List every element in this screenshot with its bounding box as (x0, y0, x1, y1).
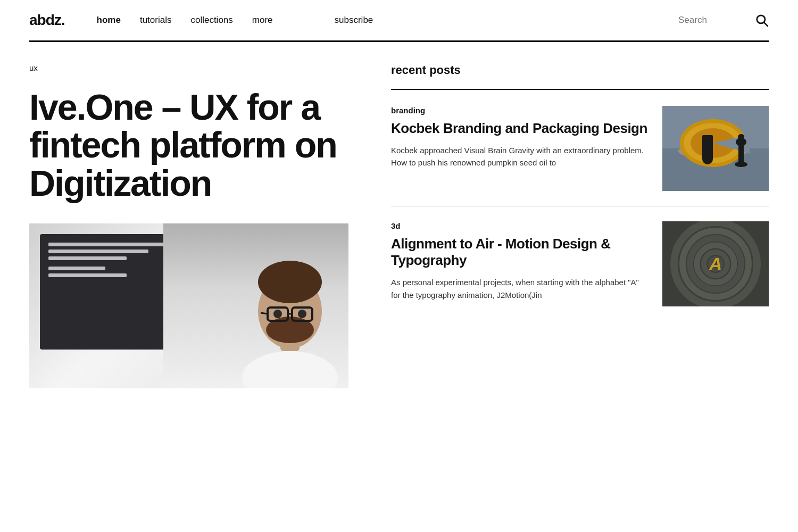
left-column: ux Ive.One – UX for a fintech platform o… (29, 63, 380, 388)
search-input[interactable] (678, 15, 747, 26)
post-2-image: A (662, 221, 769, 306)
screen-line-3 (48, 256, 127, 260)
site-header: abdz. home tutorials collections more su… (0, 0, 798, 40)
main-article-title[interactable]: Ive.One – UX for a fintech platform on D… (29, 88, 348, 202)
search-icon (755, 13, 769, 27)
main-nav: home tutorials collections more subscrib… (97, 15, 678, 26)
nav-tutorials[interactable]: tutorials (140, 15, 172, 26)
post-2-category: 3d (391, 221, 647, 230)
right-column: recent posts branding Kocbek Branding an… (380, 63, 769, 388)
nav-home[interactable]: home (97, 15, 121, 26)
screen-line-2 (48, 250, 148, 253)
svg-point-2 (242, 351, 338, 388)
post-card-1-content: branding Kocbek Branding and Packaging D… (391, 106, 662, 169)
post-card-2-content: 3d Alignment to Air - Motion Design & Ty… (391, 221, 662, 301)
3d-thumbnail-svg: A (662, 221, 769, 306)
post-2-excerpt: As personal experimental projects, when … (391, 276, 647, 301)
nav-subscribe[interactable]: subscribe (335, 15, 373, 26)
post-card-2[interactable]: 3d Alignment to Air - Motion Design & Ty… (391, 221, 769, 306)
post-card-1[interactable]: branding Kocbek Branding and Packaging D… (391, 106, 769, 191)
post-1-thumbnail[interactable] (662, 106, 769, 191)
person-svg (231, 223, 348, 388)
post-1-excerpt: Kocbek approached Visual Brain Gravity w… (391, 144, 647, 169)
post-1-image (662, 106, 769, 191)
nav-more[interactable]: more (252, 15, 273, 26)
recent-posts-heading: recent posts (391, 63, 769, 77)
post-divider (391, 206, 769, 206)
svg-rect-21 (738, 143, 744, 165)
recent-posts-divider (391, 89, 769, 90)
svg-point-5 (258, 261, 322, 303)
featured-image-inner (29, 223, 348, 388)
person-illustration (163, 223, 348, 388)
svg-point-12 (298, 310, 306, 318)
main-layout: ux Ive.One – UX for a fintech platform o… (0, 63, 798, 388)
header-divider (29, 40, 769, 42)
search-button[interactable] (755, 13, 769, 27)
search-area (678, 13, 769, 27)
post-1-title[interactable]: Kocbek Branding and Packaging Design (391, 120, 647, 137)
svg-text:A: A (709, 254, 722, 274)
featured-image[interactable] (29, 223, 348, 388)
screen-line-5 (48, 273, 127, 277)
post-1-category: branding (391, 106, 647, 115)
svg-line-10 (261, 313, 268, 314)
svg-point-11 (273, 310, 282, 318)
site-logo[interactable]: abdz. (29, 12, 65, 29)
nav-collections[interactable]: collections (190, 15, 232, 26)
branding-thumbnail-svg (662, 106, 769, 191)
svg-point-23 (738, 134, 744, 139)
post-2-title[interactable]: Alignment to Air - Motion Design & Typog… (391, 236, 647, 269)
svg-line-1 (764, 22, 768, 26)
post-2-thumbnail[interactable]: A (662, 221, 769, 306)
screen-line-4 (48, 267, 105, 270)
section-tag: ux (29, 63, 348, 72)
